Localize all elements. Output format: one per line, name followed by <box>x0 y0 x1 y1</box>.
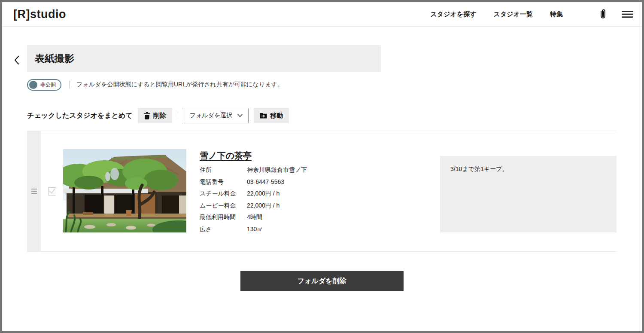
detail-row: ムービー料金 22,000円 / h <box>200 202 307 209</box>
row-check-zone <box>41 131 63 251</box>
detail-label: 住所 <box>200 167 247 173</box>
detail-row: 最低利用時間 4時間 <box>200 214 307 220</box>
page-title: 表紙撮影 <box>35 52 74 65</box>
detail-value: 03-6447-5563 <box>247 179 284 185</box>
visibility-toggle[interactable]: 非公開 <box>27 79 61 91</box>
visibility-row: 非公開 フォルダを公開状態にすると閲覧用URLが発行され共有が可能になります。 <box>27 79 617 91</box>
bulk-move-button[interactable]: 移動 <box>254 108 289 123</box>
nav-features[interactable]: 特集 <box>550 10 563 18</box>
bulk-actions-label: チェックしたスタジオをまとめて <box>27 111 133 120</box>
studio-details: 雪ノ下の茶亭 住所 神奈川県鎌倉市雪ノ下 電話番号 03-6447-5563 ス… <box>200 150 307 251</box>
delete-folder-button[interactable]: フォルダを削除 <box>240 271 404 291</box>
studio-row: 雪ノ下の茶亭 住所 神奈川県鎌倉市雪ノ下 電話番号 03-6447-5563 ス… <box>27 131 617 251</box>
toggle-knob <box>29 81 37 89</box>
detail-label: 最低利用時間 <box>200 214 247 220</box>
chevron-left-icon <box>14 55 20 65</box>
detail-value: 22,000円 / h <box>247 190 279 197</box>
folder-title-bar: 表紙撮影 <box>27 45 381 72</box>
detail-value: 130㎡ <box>247 226 263 232</box>
header: [R]studio スタジオを探す スタジオ一覧 特集 <box>2 2 642 27</box>
detail-value: 4時間 <box>247 214 262 220</box>
paperclip-icon[interactable] <box>598 9 608 20</box>
trash-icon <box>144 112 150 119</box>
bulk-move-label: 移動 <box>270 112 283 120</box>
detail-row: 住所 神奈川県鎌倉市雪ノ下 <box>200 167 307 173</box>
detail-row: 広さ 130㎡ <box>200 226 307 232</box>
nav-find-studio[interactable]: スタジオを探す <box>430 10 476 18</box>
hamburger-menu-icon[interactable] <box>621 10 633 18</box>
drag-handle-icon[interactable] <box>31 189 37 194</box>
detail-label: 広さ <box>200 226 247 232</box>
studio-name-link[interactable]: 雪ノ下の茶亭 <box>200 150 252 162</box>
chevron-down-icon <box>237 114 243 117</box>
nav-icons <box>598 9 633 20</box>
main-content: 表紙撮影 非公開 フォルダを公開状態にすると閲覧用URLが発行され共有が可能にな… <box>27 45 617 291</box>
detail-label: 電話番号 <box>200 179 247 185</box>
detail-row: 電話番号 03-6447-5563 <box>200 179 307 185</box>
detail-row: スチール料金 22,000円 / h <box>200 190 307 197</box>
folder-select-value: フォルダを選択 <box>190 112 233 119</box>
detail-value: 22,000円 / h <box>247 202 279 209</box>
back-button[interactable] <box>12 54 22 66</box>
checkmark-icon <box>49 189 55 194</box>
detail-label: スチール料金 <box>200 190 247 197</box>
studio-memo-field[interactable]: 3/10まで第1キープ。 <box>440 156 617 232</box>
folder-move-icon <box>260 113 267 119</box>
folder-select-dropdown[interactable]: フォルダを選択 <box>184 108 249 123</box>
studio-photo[interactable] <box>63 149 186 232</box>
studio-checkbox[interactable] <box>48 187 56 196</box>
toggle-label: 非公開 <box>40 81 56 89</box>
bulk-actions-row: チェックしたスタジオをまとめて 削除 フォルダを選択 移動 <box>27 108 617 123</box>
bulk-delete-label: 削除 <box>153 112 166 120</box>
row-drag-area[interactable] <box>27 131 41 251</box>
nav-studio-list[interactable]: スタジオ一覧 <box>494 10 533 18</box>
divider <box>178 111 178 120</box>
visibility-note: フォルダを公開状態にすると閲覧用URLが発行され共有が可能になります。 <box>76 81 283 89</box>
divider <box>69 81 70 89</box>
detail-value: 神奈川県鎌倉市雪ノ下 <box>247 167 307 173</box>
page: { "header": { "logo": "[R]studio", "nav"… <box>0 0 644 333</box>
studio-list: 雪ノ下の茶亭 住所 神奈川県鎌倉市雪ノ下 電話番号 03-6447-5563 ス… <box>27 131 617 252</box>
main-nav: スタジオを探す スタジオ一覧 特集 <box>430 9 633 20</box>
detail-label: ムービー料金 <box>200 202 247 209</box>
bulk-delete-button[interactable]: 削除 <box>138 108 172 123</box>
logo[interactable]: [R]studio <box>13 8 66 21</box>
